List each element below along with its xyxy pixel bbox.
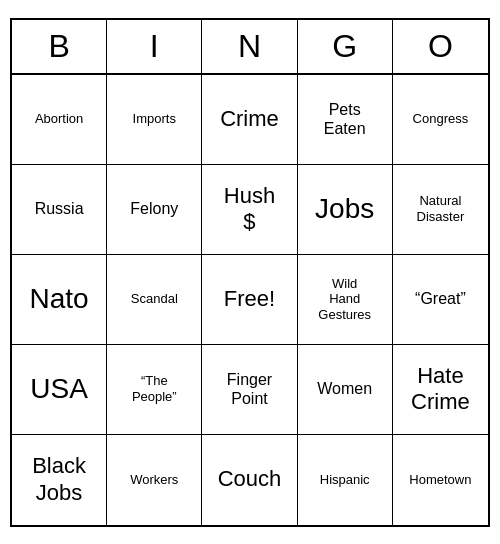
bingo-cell-text-11: Scandal [131,291,178,307]
bingo-cell-11: Scandal [107,255,202,345]
bingo-cell-22: Couch [202,435,297,525]
bingo-cell-13: WildHandGestures [298,255,393,345]
bingo-cell-text-5: Russia [35,199,84,218]
bingo-cell-text-24: Hometown [409,472,471,488]
bingo-cell-16: “ThePeople” [107,345,202,435]
bingo-cell-14: “Great” [393,255,488,345]
bingo-card: BINGO AbortionImportsCrimePetsEatenCongr… [10,18,490,527]
bingo-cell-text-21: Workers [130,472,178,488]
bingo-header: BINGO [12,20,488,75]
bingo-cell-text-6: Felony [130,199,178,218]
bingo-cell-20: BlackJobs [12,435,107,525]
header-letter-o: O [393,20,488,73]
bingo-cell-text-8: Jobs [315,192,374,226]
bingo-cell-text-13: WildHandGestures [318,276,371,323]
bingo-cell-text-3: PetsEaten [324,100,366,138]
bingo-cell-15: USA [12,345,107,435]
bingo-cell-text-23: Hispanic [320,472,370,488]
bingo-cell-text-7: Hush$ [224,183,275,236]
bingo-cell-text-20: BlackJobs [32,453,86,506]
bingo-cell-text-1: Imports [133,111,176,127]
bingo-grid: AbortionImportsCrimePetsEatenCongressRus… [12,75,488,525]
bingo-cell-17: FingerPoint [202,345,297,435]
header-letter-g: G [298,20,393,73]
bingo-cell-2: Crime [202,75,297,165]
bingo-cell-text-19: HateCrime [411,363,470,416]
bingo-cell-text-10: Nato [30,282,89,316]
bingo-cell-0: Abortion [12,75,107,165]
bingo-cell-text-4: Congress [413,111,469,127]
bingo-cell-text-17: FingerPoint [227,370,272,408]
bingo-cell-6: Felony [107,165,202,255]
bingo-cell-text-2: Crime [220,106,279,132]
bingo-cell-23: Hispanic [298,435,393,525]
bingo-cell-8: Jobs [298,165,393,255]
header-letter-i: I [107,20,202,73]
bingo-cell-1: Imports [107,75,202,165]
bingo-cell-19: HateCrime [393,345,488,435]
bingo-cell-7: Hush$ [202,165,297,255]
bingo-cell-text-0: Abortion [35,111,83,127]
bingo-cell-21: Workers [107,435,202,525]
header-letter-n: N [202,20,297,73]
bingo-cell-10: Nato [12,255,107,345]
bingo-cell-text-15: USA [30,372,88,406]
header-letter-b: B [12,20,107,73]
bingo-cell-4: Congress [393,75,488,165]
bingo-cell-9: NaturalDisaster [393,165,488,255]
bingo-cell-text-22: Couch [218,466,282,492]
bingo-cell-text-14: “Great” [415,289,466,308]
bingo-cell-18: Women [298,345,393,435]
bingo-cell-5: Russia [12,165,107,255]
bingo-cell-24: Hometown [393,435,488,525]
bingo-cell-3: PetsEaten [298,75,393,165]
bingo-cell-text-18: Women [317,379,372,398]
bingo-cell-text-9: NaturalDisaster [417,193,465,224]
bingo-cell-text-12: Free! [224,286,275,312]
bingo-cell-text-16: “ThePeople” [132,373,177,404]
bingo-cell-12: Free! [202,255,297,345]
